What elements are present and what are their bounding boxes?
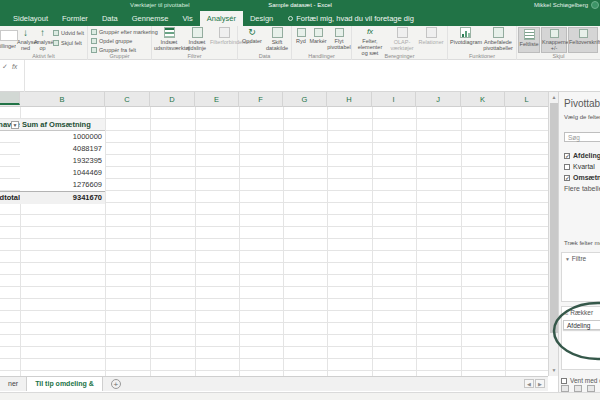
new-sheet-button[interactable]: + <box>111 379 121 389</box>
rows-icon: ≡ <box>565 310 569 316</box>
column-header-c[interactable]: C <box>105 92 150 107</box>
clear-button[interactable]: Ryd <box>293 27 309 44</box>
tab-formler[interactable]: Formler <box>55 11 95 26</box>
field-headers-toggle[interactable]: Feltoverskrifter <box>568 27 598 53</box>
tab-vis[interactable]: Vis <box>175 11 199 26</box>
tab-design[interactable]: Design <box>243 11 280 26</box>
group-selection-button[interactable]: Gruppér efter markering <box>91 29 158 35</box>
pivot-value-header[interactable]: Sum af Omsætning <box>20 119 105 131</box>
group-data: ↻ Opdater Skift datakilde Data <box>238 26 292 60</box>
group-funktioner: Pivotdiagram Anbefalede pivottabeller Fu… <box>448 26 517 60</box>
column-header-e[interactable]: E <box>195 92 239 107</box>
scroll-up-icon[interactable]: ▲ <box>550 93 558 102</box>
group-handlinger: Ryd Markér Flyt pivottabel Handlinger <box>292 26 352 60</box>
pivot-value-cell[interactable]: 1044469 <box>20 167 105 179</box>
insert-timeline-button[interactable]: Indsæt tidslinje <box>184 27 210 51</box>
move-pivottable-button[interactable]: Flyt pivottabel <box>327 27 351 50</box>
field-settings-button[interactable]: Feltindstillinger <box>0 43 16 49</box>
field-checkbox-kvartal[interactable]: Kvartal <box>564 161 595 172</box>
field-search-input[interactable]: Søg <box>564 132 600 142</box>
pivot-grand-total-value[interactable]: 9341670 <box>20 191 105 204</box>
pivot-value-cell[interactable]: 1000000 <box>20 131 105 143</box>
scroll-down-icon[interactable]: ▼ <box>550 366 558 375</box>
column-header-d[interactable]: D <box>150 92 195 107</box>
column-header-b[interactable]: B <box>20 92 105 107</box>
column-header-k[interactable]: K <box>461 92 505 107</box>
column-header-h[interactable]: H <box>327 92 372 107</box>
group-aktivt-felt: Feltindstillinger ↓ Analysér ned ↑ Analy… <box>0 26 88 60</box>
change-data-source-button[interactable]: Skift datakilde <box>264 27 290 51</box>
clear-icon <box>297 28 306 37</box>
more-tables-link[interactable]: Flere tabeller... <box>564 185 600 192</box>
ungroup-icon <box>91 38 97 44</box>
tab-analyser-active[interactable]: Analysér <box>200 11 243 26</box>
enter-icon[interactable]: ✓ <box>2 63 8 71</box>
field-checkbox-omsaetning[interactable]: ✓ Omsætning <box>564 172 600 183</box>
field-checkbox-afdeling[interactable]: ✓ Afdeling <box>564 150 600 161</box>
tab-data[interactable]: Data <box>95 11 125 26</box>
pane-title: Pivottabelfelter <box>564 98 600 109</box>
gridline <box>195 107 196 376</box>
pane-bottom-icon[interactable] <box>587 385 595 392</box>
filters-area[interactable]: ▼ Filtre <box>561 252 600 302</box>
field-list-toggle[interactable]: Feltliste <box>518 27 540 53</box>
formula-bar[interactable]: ✓ fx Rækkenavne <box>0 60 600 92</box>
relationships-button: Relationer <box>418 27 444 45</box>
expand-field-button[interactable]: Udvid felt <box>53 30 84 36</box>
tell-me-box[interactable]: Fortæl mig, hvad du vil foretage dig <box>280 11 422 26</box>
fields-items-sets-button[interactable]: fx Felter, elementer og sæt <box>354 27 386 56</box>
plus-minus-buttons-toggle[interactable]: Knapperne +/- <box>541 27 567 53</box>
pivot-value-cell[interactable]: 1276609 <box>20 179 105 191</box>
olap-tools-button: OLAP-værktøjer <box>388 27 416 51</box>
vertical-scrollbar[interactable]: ▲ ▼ <box>548 92 558 376</box>
column-header-l[interactable]: L <box>505 92 548 107</box>
hscroll-left-icon[interactable]: ◀ <box>524 379 534 388</box>
worksheet-grid[interactable]: Rækkenavne ▼ Sum af Omsætning 1000000 40… <box>0 107 548 376</box>
active-field-input[interactable] <box>0 30 18 41</box>
sheet-tab-bar: ner Til tip omdeling & + <box>0 376 548 391</box>
collapse-field-button[interactable]: Skjul felt <box>53 40 82 46</box>
signed-in-user[interactable]: Mikkel Schiøgelberg <box>534 2 588 8</box>
drill-down-button[interactable]: ↓ Analysér ned <box>17 27 34 51</box>
gridline <box>239 107 240 376</box>
pivot-row-labels-header[interactable]: Rækkenavne ▼ <box>0 119 20 131</box>
insert-slicer-button[interactable]: Indsæt udsnitsværktøj <box>154 27 184 51</box>
defer-layout-checkbox[interactable]: Vent med opdatering af layout <box>561 377 600 384</box>
refresh-icon: ↻ <box>240 28 264 37</box>
plus-minus-icon <box>550 29 559 38</box>
group-label-grupper: Gruppér <box>88 53 151 59</box>
filter-dropdown-button[interactable]: ▼ <box>11 121 19 129</box>
checkbox-checked-icon[interactable]: ✓ <box>564 153 570 159</box>
pane-bottom-icon[interactable] <box>574 385 582 392</box>
rows-field-chip-afdeling[interactable]: Afdeling <box>563 320 600 330</box>
pivotchart-button[interactable]: Pivotdiagram <box>450 27 480 45</box>
column-header-a-selected[interactable] <box>0 92 20 105</box>
sheet-tab-active[interactable]: Til tip omdeling & <box>27 377 103 391</box>
sheet-tab-partial[interactable]: ner <box>0 377 27 391</box>
column-header-j[interactable]: J <box>416 92 461 107</box>
column-header-g[interactable]: G <box>283 92 327 107</box>
pivot-value-cell[interactable]: 1932395 <box>20 155 105 167</box>
fx-insert-function-icon[interactable]: fx <box>12 63 17 71</box>
rows-area[interactable]: ≡ Rækker <box>561 306 600 370</box>
refresh-button[interactable]: ↻ Opdater <box>240 27 264 44</box>
tab-sidelayout[interactable]: Sidelayout <box>6 11 55 26</box>
user-avatar[interactable] <box>591 1 599 9</box>
expand-field-icon <box>53 30 59 36</box>
pivot-grand-total-label[interactable]: Hovedtotal <box>0 191 20 204</box>
recommended-pivottables-button[interactable]: Anbefalede pivottabeller <box>482 27 514 51</box>
checkbox-checked-icon[interactable]: ✓ <box>564 175 570 181</box>
drill-up-button[interactable]: ↑ Analysér op <box>34 27 51 51</box>
select-button[interactable]: Markér <box>309 27 327 44</box>
column-header-i[interactable]: I <box>372 92 416 107</box>
column-header-f[interactable]: F <box>239 92 283 107</box>
scrollbar-thumb[interactable] <box>550 103 558 333</box>
pivot-value-cell[interactable]: 4088197 <box>20 143 105 155</box>
tab-gennemse[interactable]: Gennemse <box>125 11 176 26</box>
pane-bottom-icon[interactable] <box>561 385 569 392</box>
checkbox-unchecked-icon[interactable] <box>564 164 570 170</box>
group-label-vis: Skjul <box>517 53 600 59</box>
ungroup-button[interactable]: Opdel gruppe <box>91 38 132 44</box>
hscroll-right-icon[interactable]: ▶ <box>535 379 545 388</box>
checkbox-unchecked-icon[interactable] <box>561 378 567 384</box>
